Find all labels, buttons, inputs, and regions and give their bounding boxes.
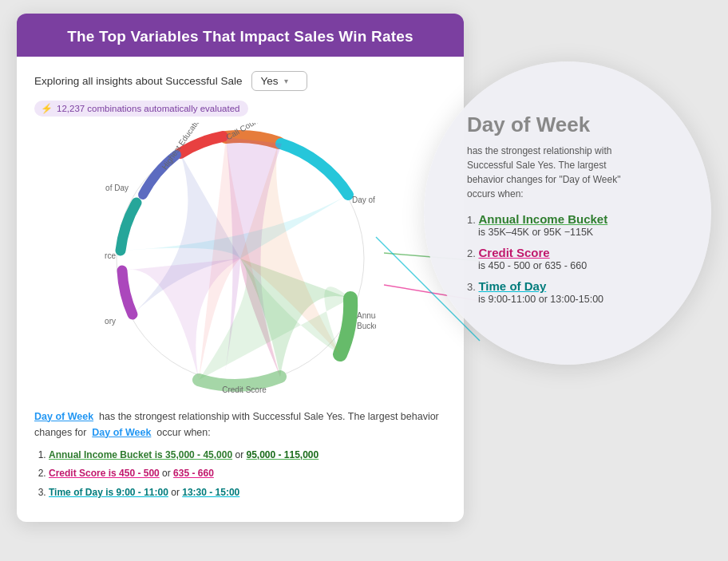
combinations-badge: ⚡ 12,237 combinations automatically eval… — [34, 101, 248, 117]
or-text-3: or — [171, 487, 182, 498]
chord-diagram-area: Call Count Highest Education Day of Week… — [34, 123, 446, 394]
tooltip-bubble: Day of Week has the strongest relationsh… — [424, 61, 711, 365]
chord-svg-wrap: Call Count Highest Education Day of Week… — [105, 123, 376, 394]
day-of-week-link[interactable]: Day of Week — [34, 411, 93, 422]
tooltip-income-val: is 35K–45K or 95K −115K — [478, 227, 676, 238]
card-header: The Top Variables That Impact Sales Win … — [17, 14, 464, 57]
svg-text:Lead Source: Lead Source — [105, 251, 116, 260]
or-text-1: or — [235, 449, 246, 460]
tooltip-num-3: 3. — [467, 281, 478, 293]
tooltip-list-item: 1. Annual Income Bucket is 35K–45K or 95… — [467, 212, 676, 238]
credit-score-highlight: Credit Score is 450 - 500 — [49, 468, 160, 479]
tooltip-list-item: 2. Credit Score is 450 - 500 or 635 - 66… — [467, 246, 676, 271]
filter-select[interactable]: Yes ▾ — [251, 71, 307, 91]
bottom-list: Annual Income Bucket is 35,000 - 45,000 … — [34, 447, 446, 502]
filter-value: Yes — [260, 75, 278, 87]
tooltip-num-2: 2. — [467, 247, 478, 259]
card-body: Exploring all insights about Successful … — [17, 57, 464, 409]
bottom-intro: Day of Week has the strongest relationsh… — [34, 409, 446, 441]
income-bucket-highlight: Annual Income Bucket is 35,000 - 45,000 — [49, 449, 232, 460]
bottom-section: Day of Week has the strongest relationsh… — [17, 409, 464, 502]
card-title: The Top Variables That Impact Sales Win … — [67, 28, 413, 45]
intro-text-4: occur when: — [156, 427, 210, 438]
tooltip-time-val: is 9:00-11:00 or 13:00-15:00 — [478, 294, 676, 305]
tooltip-list: 1. Annual Income Bucket is 35K–45K or 95… — [467, 212, 676, 313]
svg-text:Time of Day: Time of Day — [105, 184, 129, 192]
list-item: Annual Income Bucket is 35,000 - 45,000 … — [49, 447, 446, 464]
credit-score-highlight-2: 635 - 660 — [173, 468, 214, 479]
time-of-day-highlight-2: 13:30 - 15:00 — [182, 487, 239, 498]
income-bucket-highlight-2: 95,000 - 115,000 — [246, 449, 318, 460]
chevron-down-icon: ▾ — [284, 77, 288, 85]
svg-text:Bucket: Bucket — [357, 322, 376, 330]
main-card: The Top Variables That Impact Sales Win … — [17, 14, 464, 523]
tooltip-num-1: 1. — [467, 214, 478, 226]
tooltip-desc: has the strongest relationship with Succ… — [467, 144, 643, 201]
svg-text:Annual Income: Annual Income — [357, 311, 376, 320]
day-of-week-link-2[interactable]: Day of Week — [92, 427, 151, 438]
tooltip-title: Day of Week — [467, 113, 590, 137]
time-of-day-highlight: Time of Day is 9:00 - 11:00 — [49, 487, 168, 498]
svg-text:Credit Score: Credit Score — [222, 385, 267, 394]
tooltip-income-title: Annual Income Bucket — [478, 212, 607, 226]
filter-label: Exploring all insights about Successful … — [34, 75, 242, 87]
badge-text: 12,237 combinations automatically evalua… — [57, 104, 240, 113]
tooltip-credit-title: Credit Score — [478, 246, 549, 259]
badge-row: ⚡ 12,237 combinations automatically eval… — [34, 101, 446, 117]
svg-text:Day of Week: Day of Week — [352, 196, 376, 204]
chord-diagram-svg: Call Count Highest Education Day of Week… — [105, 123, 376, 394]
tooltip-credit-val: is 450 - 500 or 635 - 660 — [478, 260, 676, 271]
tooltip-time-title: Time of Day — [478, 279, 546, 293]
tooltip-list-item: 3. Time of Day is 9:00-11:00 or 13:00-15… — [467, 279, 676, 305]
svg-text:Age Category: Age Category — [105, 317, 116, 326]
or-text-2: or — [162, 468, 173, 479]
list-item: Time of Day is 9:00 - 11:00 or 13:30 - 1… — [49, 484, 446, 502]
page-container: The Top Variables That Impact Sales Win … — [17, 14, 711, 548]
list-item: Credit Score is 450 - 500 or 635 - 660 — [49, 465, 446, 483]
filter-row: Exploring all insights about Successful … — [34, 71, 446, 91]
bolt-icon: ⚡ — [41, 103, 53, 114]
